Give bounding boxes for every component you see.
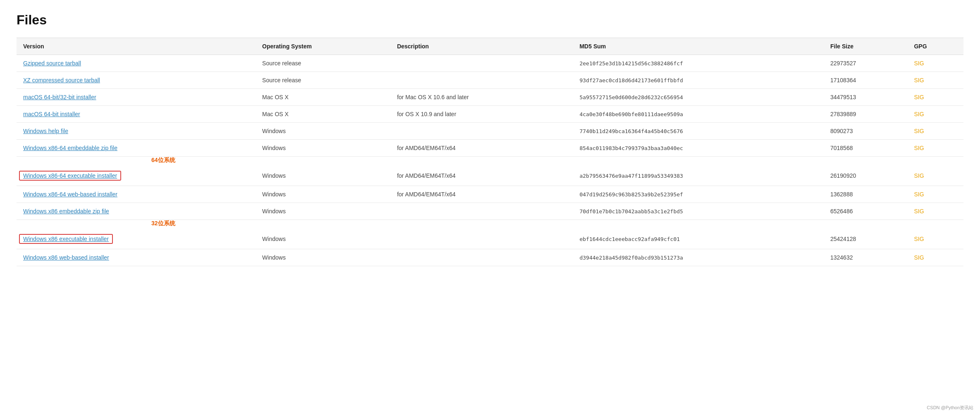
size-cell: 1324632 (824, 249, 907, 266)
gpg-sig-link[interactable]: SIG (914, 94, 924, 100)
header-row: Version Operating System Description MD5… (17, 38, 963, 55)
gpg-sig-link[interactable]: SIG (914, 191, 924, 198)
md5-cell: 4ca0e30f48be690bfe80111daee9509a (573, 106, 824, 123)
gpg-cell: SIG (907, 203, 963, 220)
annotation-row: 64位系统 (17, 157, 963, 166)
version-link[interactable]: macOS 64-bit installer (23, 111, 80, 117)
size-cell: 8090273 (824, 123, 907, 140)
md5-cell: 047d19d2569c963b8253a9b2e52395ef (573, 186, 824, 203)
md5-cell: 93df27aec0cd18d6d42173e601ffbbfd (573, 72, 824, 89)
table-row: Windows help fileWindows7740b11d249bca16… (17, 123, 963, 140)
col-description: Description (390, 38, 573, 55)
md5-cell: 5a95572715e0d600de28d6232c656954 (573, 89, 824, 106)
size-cell: 34479513 (824, 89, 907, 106)
gpg-cell: SIG (907, 55, 963, 72)
gpg-sig-link[interactable]: SIG (914, 128, 924, 134)
os-cell: Source release (256, 72, 390, 89)
version-cell: macOS 64-bit installer (17, 106, 256, 123)
table-row: Windows x86 web-based installerWindowsd3… (17, 249, 963, 266)
md5-cell: ebf1644cdc1eeebacc92afa949cfc01 (573, 229, 824, 249)
size-cell: 7018568 (824, 140, 907, 157)
md5-cell: 7740b11d249bca16364f4a45b40c5676 (573, 123, 824, 140)
gpg-sig-link[interactable]: SIG (914, 254, 924, 261)
page-title: Files (17, 12, 963, 28)
description-cell: for AMD64/EM64T/x64 (390, 166, 573, 186)
version-cell: Windows x86 web-based installer (17, 249, 256, 266)
os-cell: Windows (256, 229, 390, 249)
description-cell (390, 55, 573, 72)
gpg-cell: SIG (907, 166, 963, 186)
size-cell: 17108364 (824, 72, 907, 89)
gpg-sig-link[interactable]: SIG (914, 236, 924, 242)
version-link[interactable]: Windows x86-64 executable installer (19, 171, 121, 181)
table-row: Windows x86-64 web-based installerWindow… (17, 186, 963, 203)
version-link[interactable]: Windows x86 embeddable zip file (23, 208, 109, 215)
version-cell: XZ compressed source tarball (17, 72, 256, 89)
version-cell: Windows x86 embeddable zip file (17, 203, 256, 220)
table-row: macOS 64-bit/32-bit installerMac OS Xfor… (17, 89, 963, 106)
table-row: Windows x86-64 executable installerWindo… (17, 166, 963, 186)
md5-cell: d3944e218a45d982f0abcd93b151273a (573, 249, 824, 266)
os-cell: Source release (256, 55, 390, 72)
md5-cell: 70df01e7b0c1b7042aabb5a3c1e2fbd5 (573, 203, 824, 220)
gpg-cell: SIG (907, 140, 963, 157)
annotation-row: 32位系统 (17, 220, 963, 229)
col-md5: MD5 Sum (573, 38, 824, 55)
os-cell: Windows (256, 166, 390, 186)
version-cell: macOS 64-bit/32-bit installer (17, 89, 256, 106)
version-cell: Windows x86-64 executable installer (17, 166, 256, 186)
gpg-sig-link[interactable]: SIG (914, 77, 924, 83)
description-cell (390, 249, 573, 266)
col-gpg: GPG (907, 38, 963, 55)
table-row: Gzipped source tarballSource release2ee1… (17, 55, 963, 72)
description-cell: for Mac OS X 10.6 and later (390, 89, 573, 106)
version-cell: Windows x86-64 embeddable zip file (17, 140, 256, 157)
version-link[interactable]: macOS 64-bit/32-bit installer (23, 94, 96, 100)
gpg-sig-link[interactable]: SIG (914, 145, 924, 151)
table-row: XZ compressed source tarballSource relea… (17, 72, 963, 89)
gpg-sig-link[interactable]: SIG (914, 111, 924, 117)
files-table: Version Operating System Description MD5… (17, 38, 963, 266)
version-cell: Windows help file (17, 123, 256, 140)
version-link[interactable]: Windows x86 web-based installer (23, 254, 109, 261)
gpg-cell: SIG (907, 249, 963, 266)
gpg-cell: SIG (907, 89, 963, 106)
version-link[interactable]: Windows x86-64 web-based installer (23, 191, 117, 198)
annotation-label: 32位系统 (151, 220, 175, 227)
gpg-cell: SIG (907, 229, 963, 249)
version-link[interactable]: Windows help file (23, 128, 68, 134)
size-cell: 27839889 (824, 106, 907, 123)
version-cell: Windows x86-64 web-based installer (17, 186, 256, 203)
gpg-sig-link[interactable]: SIG (914, 60, 924, 67)
description-cell (390, 72, 573, 89)
files-table-container: Version Operating System Description MD5… (17, 38, 963, 266)
os-cell: Mac OS X (256, 89, 390, 106)
version-link[interactable]: Gzipped source tarball (23, 60, 81, 67)
gpg-sig-link[interactable]: SIG (914, 208, 924, 215)
gpg-cell: SIG (907, 106, 963, 123)
md5-cell: 854ac011983b4c799379a3baa3a040ec (573, 140, 824, 157)
os-cell: Windows (256, 123, 390, 140)
description-cell: for OS X 10.9 and later (390, 106, 573, 123)
table-row: Windows x86 embeddable zip fileWindows70… (17, 203, 963, 220)
version-link[interactable]: Windows x86 executable installer (19, 234, 113, 244)
size-cell: 26190920 (824, 166, 907, 186)
os-cell: Windows (256, 140, 390, 157)
os-cell: Windows (256, 186, 390, 203)
version-cell: Gzipped source tarball (17, 55, 256, 72)
gpg-cell: SIG (907, 123, 963, 140)
table-row: Windows x86-64 embeddable zip fileWindow… (17, 140, 963, 157)
description-cell: for AMD64/EM64T/x64 (390, 140, 573, 157)
version-cell: Windows x86 executable installer (17, 229, 256, 249)
col-size: File Size (824, 38, 907, 55)
size-cell: 22973527 (824, 55, 907, 72)
col-version: Version (17, 38, 256, 55)
table-row: macOS 64-bit installerMac OS Xfor OS X 1… (17, 106, 963, 123)
version-link[interactable]: XZ compressed source tarball (23, 77, 100, 83)
gpg-cell: SIG (907, 186, 963, 203)
gpg-sig-link[interactable]: SIG (914, 172, 924, 179)
size-cell: 6526486 (824, 203, 907, 220)
annotation-label: 64位系统 (151, 157, 175, 163)
version-link[interactable]: Windows x86-64 embeddable zip file (23, 145, 117, 151)
table-body: Gzipped source tarballSource release2ee1… (17, 55, 963, 266)
